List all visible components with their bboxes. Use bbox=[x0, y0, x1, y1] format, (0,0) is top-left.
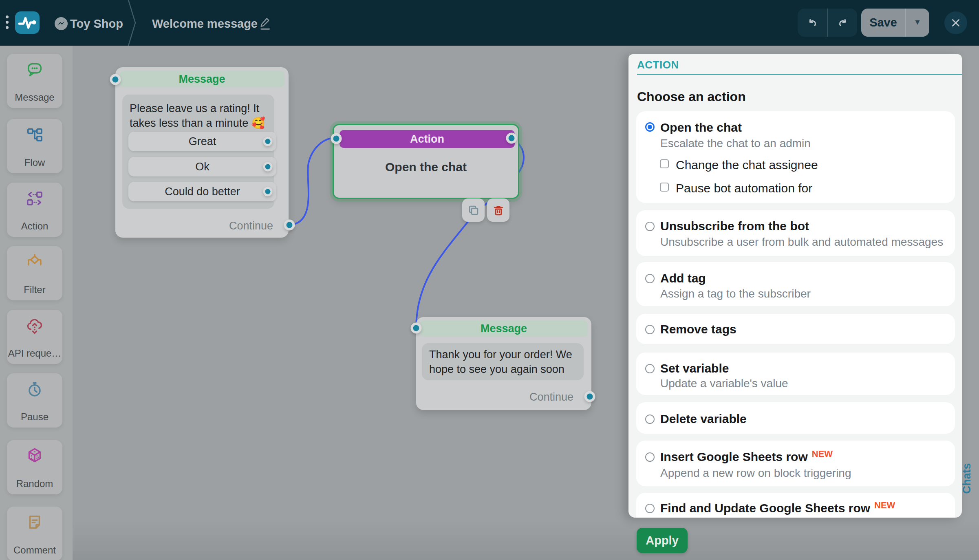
continue-output-port[interactable] bbox=[584, 391, 595, 402]
input-port[interactable] bbox=[411, 323, 422, 334]
radio[interactable] bbox=[645, 504, 655, 513]
checkbox-label: Change the chat assignee bbox=[676, 158, 818, 172]
pencil-icon bbox=[258, 16, 271, 31]
option-title: Find and Update Google Sheets rowNEW bbox=[660, 501, 895, 515]
save-split-button: Save ▾ bbox=[861, 9, 929, 37]
filter-icon bbox=[25, 253, 44, 271]
node-header: Message bbox=[119, 71, 284, 87]
apply-button[interactable]: Apply bbox=[637, 528, 688, 553]
comment-icon bbox=[25, 513, 44, 532]
option-find-update-sheets-row[interactable]: Find and Update Google Sheets rowNEW bbox=[636, 493, 955, 518]
palette-item-api-request[interactable]: API reque… bbox=[7, 310, 62, 364]
palette-item-label: Filter bbox=[7, 284, 62, 295]
action-icon bbox=[25, 189, 44, 208]
history-buttons bbox=[798, 9, 857, 37]
radio[interactable] bbox=[645, 364, 655, 373]
app-logo[interactable] bbox=[15, 11, 40, 34]
radio[interactable] bbox=[645, 414, 655, 424]
random-dice-icon bbox=[25, 447, 44, 465]
option-subtitle: Append a new row on block triggering bbox=[660, 467, 851, 480]
flow-title: Welcome message bbox=[152, 17, 258, 31]
panel-heading: Choose an action bbox=[637, 89, 746, 104]
palette-item-comment[interactable]: Comment bbox=[7, 507, 62, 560]
messenger-channel-icon bbox=[55, 17, 68, 30]
chats-side-tab[interactable]: Chats bbox=[961, 462, 974, 495]
node-header: Action bbox=[340, 130, 515, 148]
save-options-dropdown[interactable]: ▾ bbox=[905, 9, 929, 37]
option-subtitle: Escalate the chat to an admin bbox=[660, 137, 811, 150]
breadcrumb-separator bbox=[127, 0, 137, 46]
input-port[interactable] bbox=[331, 133, 342, 144]
palette-item-action[interactable]: Action bbox=[7, 183, 62, 237]
palette-item-label: Pause bbox=[7, 411, 62, 423]
option-unsubscribe[interactable]: Unsubscribe from the bot Unsubscribe a u… bbox=[636, 210, 955, 256]
checkbox-change-assignee[interactable] bbox=[660, 159, 669, 168]
option-subtitle: Unsubscribe a user from bulk and automat… bbox=[660, 236, 943, 249]
message-bubble: Thank you for your order! We hope to see… bbox=[422, 343, 584, 380]
top-bar: Toy Shop Welcome message Save ▾ bbox=[0, 0, 979, 46]
option-delete-variable[interactable]: Delete variable bbox=[636, 402, 955, 434]
palette-item-filter[interactable]: Filter bbox=[7, 246, 62, 300]
message-icon bbox=[25, 60, 44, 79]
quick-reply-button[interactable]: Great bbox=[128, 132, 276, 151]
output-port[interactable] bbox=[506, 133, 517, 144]
message-node-rating[interactable]: Message Please leave us a rating! It tak… bbox=[115, 67, 289, 238]
close-icon bbox=[950, 18, 961, 28]
message-node-thanks[interactable]: Message Thank you for your order! We hop… bbox=[416, 317, 591, 410]
redo-button[interactable] bbox=[827, 9, 857, 37]
app-menu-kebab-icon[interactable] bbox=[6, 15, 11, 30]
option-subtitle: Assign a tag to the subscriber bbox=[660, 287, 811, 300]
quick-reply-button[interactable]: Could do better bbox=[128, 182, 276, 201]
option-title: Set variable bbox=[660, 362, 729, 375]
copy-node-button[interactable] bbox=[462, 198, 485, 222]
action-node-body: Open the chat bbox=[334, 160, 518, 174]
radio[interactable] bbox=[645, 274, 655, 283]
option-add-tag[interactable]: Add tag Assign a tag to the subscriber bbox=[636, 262, 955, 306]
palette-item-label: Message bbox=[7, 92, 62, 103]
option-title: Insert Google Sheets rowNEW bbox=[660, 450, 833, 464]
radio-selected[interactable] bbox=[645, 122, 655, 132]
option-open-the-chat[interactable]: Open the chat Escalate the chat to an ad… bbox=[636, 111, 955, 203]
option-insert-sheets-row[interactable]: Insert Google Sheets rowNEW Append a new… bbox=[636, 441, 955, 486]
node-palette-sidebar: Message Flow Action Filter bbox=[0, 46, 73, 560]
action-node-open-chat[interactable]: Action Open the chat bbox=[333, 124, 519, 199]
rename-flow-button[interactable] bbox=[258, 16, 271, 31]
palette-item-label: Comment bbox=[7, 545, 62, 556]
checkbox-pause-automation[interactable] bbox=[660, 183, 669, 192]
bot-name[interactable]: Toy Shop bbox=[70, 17, 123, 31]
new-badge: NEW bbox=[874, 500, 895, 511]
undo-icon bbox=[806, 16, 819, 29]
radio[interactable] bbox=[645, 325, 655, 334]
output-port-could-do-better[interactable] bbox=[263, 187, 273, 196]
delete-node-button[interactable] bbox=[487, 198, 509, 222]
flow-icon bbox=[25, 126, 44, 144]
option-set-variable[interactable]: Set variable Update a variable's value bbox=[636, 353, 955, 395]
continue-output-port[interactable] bbox=[284, 220, 295, 231]
palette-item-random[interactable]: Random bbox=[7, 440, 62, 494]
trash-icon bbox=[492, 204, 505, 216]
message-text: Thank you for your order! We hope to see… bbox=[429, 347, 578, 377]
undo-button[interactable] bbox=[798, 9, 827, 37]
output-port-great[interactable] bbox=[263, 137, 273, 146]
new-badge: NEW bbox=[812, 449, 833, 459]
option-remove-tags[interactable]: Remove tags bbox=[636, 314, 955, 344]
action-settings-panel: ACTION Choose an action Open the chat Es… bbox=[628, 54, 962, 518]
option-title: Remove tags bbox=[660, 322, 736, 336]
palette-item-label: Random bbox=[7, 478, 62, 489]
radio[interactable] bbox=[645, 452, 655, 462]
option-title: Open the chat bbox=[660, 121, 742, 134]
node-header: Message bbox=[420, 320, 588, 337]
close-editor-button[interactable] bbox=[944, 11, 967, 34]
option-title: Delete variable bbox=[660, 412, 747, 426]
input-port[interactable] bbox=[110, 74, 121, 85]
save-button[interactable]: Save bbox=[861, 9, 905, 37]
palette-item-label: API reque… bbox=[7, 348, 62, 359]
palette-item-pause[interactable]: Pause bbox=[7, 373, 62, 428]
palette-item-flow[interactable]: Flow bbox=[7, 119, 62, 173]
radio[interactable] bbox=[645, 222, 655, 231]
quick-reply-button[interactable]: Ok bbox=[128, 157, 276, 176]
output-port-ok[interactable] bbox=[263, 162, 273, 172]
option-title: Unsubscribe from the bot bbox=[660, 219, 809, 233]
panel-tab-action[interactable]: ACTION bbox=[637, 59, 679, 71]
palette-item-message[interactable]: Message bbox=[7, 54, 62, 108]
